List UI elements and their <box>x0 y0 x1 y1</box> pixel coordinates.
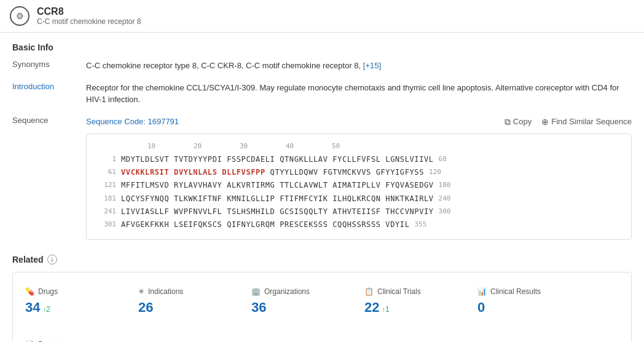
sequence-box: 10 20 30 40 50 1 MDYTLDLSVT TVTDYYYPDI F… <box>86 133 632 241</box>
ruler-40: 40 <box>267 141 313 152</box>
drugs-badge: ↑ 2 <box>42 305 50 314</box>
drugs-count: 34 ↑ 2 <box>25 300 114 316</box>
synonyms-more-link[interactable]: [+15] <box>363 61 381 70</box>
header-icon: ⚙ <box>10 6 29 26</box>
related-grid: 💊 Drugs 34 ↑ 2 ✳ Indications 26 <box>25 282 619 342</box>
related-title: Related i <box>12 255 632 264</box>
copy-button[interactable]: ⧉ Copy <box>505 116 532 129</box>
seq-data-5: LIVVIASLLF WVPFNVVLFL TSLHSMHILD GCSISQQ… <box>121 206 434 218</box>
related-item-clinical-results[interactable]: 📊 Clinical Results 0 <box>477 282 576 325</box>
ruler-10: 10 <box>128 141 175 152</box>
sequence-ruler: 10 20 30 40 50 <box>128 141 621 152</box>
clinical-results-number: 0 <box>477 300 485 316</box>
organizations-number: 36 <box>251 300 266 316</box>
seq-endnum-4: 240 <box>439 193 451 205</box>
related-item-clinical-trials[interactable]: 📋 Clinical Trials 22 ↑ 1 <box>364 282 463 325</box>
related-item-indications[interactable]: ✳ Indications 26 <box>138 282 237 325</box>
page-title: CCR8 <box>37 6 141 17</box>
indications-label: Indications <box>148 287 183 296</box>
sequence-actions: ⧉ Copy ⊕ Find Similar Sequence <box>505 116 632 129</box>
seq-num-5: 241 <box>96 206 116 218</box>
introduction-row: Introduction Receptor for the chemokine … <box>12 82 632 106</box>
seq-num-3: 121 <box>96 180 116 191</box>
clinical-trials-badge: ↑ 1 <box>382 305 389 314</box>
synonyms-row: Synonyms C-C chemokine receptor type 8, … <box>12 60 632 72</box>
seq-endnum-6: 355 <box>414 219 426 231</box>
clinical-results-header: 📊 Clinical Results <box>477 287 566 296</box>
seq-data-2: VVCKKLRSIT DVYLNLALS DLLFVSFPP QTYYLLDQW… <box>121 167 424 178</box>
drugs-icon: 💊 <box>25 287 34 296</box>
clinical-results-label: Clinical Results <box>490 287 541 296</box>
clinical-trials-count: 22 ↑ 1 <box>364 300 453 316</box>
related-box: 💊 Drugs 34 ↑ 2 ✳ Indications 26 <box>12 272 632 342</box>
ruler-50: 50 <box>313 141 359 152</box>
seq-endnum-3: 180 <box>439 180 451 191</box>
synonyms-text: C-C chemokine receptor type 8, C-C CKR-8… <box>86 61 361 70</box>
related-item-drugs[interactable]: 💊 Drugs 34 ↑ 2 <box>25 282 124 325</box>
indications-icon: ✳ <box>138 287 144 296</box>
seq-line-5: 241 LIVVIASLLF WVPFNVVLFL TSLHSMHILD GCS… <box>96 206 621 218</box>
seq-data-3: MFFITLMSVD RYLAVVHAVY ALKVRTIRMG TTLCLAV… <box>121 180 434 191</box>
seq-num-2: 61 <box>96 167 116 178</box>
sequence-label: Sequence <box>12 116 86 125</box>
organizations-icon: 🏢 <box>251 287 261 296</box>
seq-data-1: MDYTLDLSVT TVTDYYYPDI FSSPCDAELI QTNGKLL… <box>121 154 434 165</box>
header-text: CCR8 C-C motif chemokine receptor 8 <box>37 6 141 26</box>
ruler-30: 30 <box>221 141 267 152</box>
sequence-header: Sequence Code: 1697791 ⧉ Copy ⊕ Find Sim… <box>86 116 632 129</box>
synonyms-value: C-C chemokine receptor type 8, C-C CKR-8… <box>86 60 632 72</box>
indications-number: 26 <box>138 300 153 316</box>
related-info-icon[interactable]: i <box>47 255 57 264</box>
seq-num-4: 181 <box>96 193 116 205</box>
seq-line-2: 61 VVCKKLRSIT DVYLNLALS DLLFVSFPP QTYYLL… <box>96 167 621 178</box>
page-subtitle: C-C motif chemokine receptor 8 <box>37 17 141 26</box>
drugs-label: Drugs <box>38 287 58 296</box>
clinical-trials-header: 📋 Clinical Trials <box>364 287 453 296</box>
seq-line-3: 121 MFFITLMSVD RYLAVVHAVY ALKVRTIRMG TTL… <box>96 180 621 191</box>
basic-info-title: Basic Info <box>12 42 632 52</box>
indications-header: ✳ Indications <box>138 287 227 296</box>
ruler-20: 20 <box>175 141 221 152</box>
find-similar-icon: ⊕ <box>541 116 549 129</box>
find-similar-button[interactable]: ⊕ Find Similar Sequence <box>541 116 632 129</box>
seq-line-1: 1 MDYTLDLSVT TVTDYYYPDI FSSPCDAELI QTNGK… <box>96 154 621 165</box>
clinical-results-icon: 📊 <box>477 287 487 296</box>
main-content: Basic Info Synonyms C-C chemokine recept… <box>0 33 644 342</box>
drugs-header: 💊 Drugs <box>25 287 114 296</box>
seq-endnum-1: 60 <box>439 154 447 165</box>
seq-data-6: AFVGEKFKKH LSEIFQKSCS QIFNYLGRQM PRESCEK… <box>121 219 409 231</box>
synonyms-label: Synonyms <box>12 60 86 69</box>
introduction-value: Receptor for the chemokine CCL1/SCYA1/I-… <box>86 82 632 106</box>
seq-line-4: 181 LQCYSFYNQQ TLKWKIFTNF KMNILGLLIP FTI… <box>96 193 621 205</box>
drugs-number: 34 <box>25 300 40 316</box>
copy-icon: ⧉ <box>505 116 511 129</box>
seq-data-4: LQCYSFYNQQ TLKWKIFTNF KMNILGLLIP FTIFMFC… <box>121 193 434 205</box>
sequence-row: Sequence Sequence Code: 1697791 ⧉ Copy ⊕… <box>12 116 632 241</box>
organizations-count: 36 <box>251 300 340 316</box>
organizations-header: 🏢 Organizations <box>251 287 340 296</box>
sequence-code-link[interactable]: Sequence Code: 1697791 <box>86 116 179 128</box>
clinical-results-count: 0 <box>477 300 566 316</box>
seq-endnum-5: 300 <box>439 206 451 218</box>
seq-num-1: 1 <box>96 154 116 165</box>
clinical-trials-icon: 📋 <box>364 287 374 296</box>
clinical-trials-number: 22 <box>364 300 379 316</box>
related-item-organizations[interactable]: 🏢 Organizations 36 <box>251 282 350 325</box>
seq-line-6: 301 AFVGEKFKKH LSEIFQKSCS QIFNYLGRQM PRE… <box>96 219 621 231</box>
indications-count: 26 <box>138 300 227 316</box>
clinical-trials-label: Clinical Trials <box>377 287 421 296</box>
related-section: Related i 💊 Drugs 34 ↑ 2 <box>12 255 632 342</box>
seq-endnum-2: 120 <box>429 167 441 178</box>
related-label: Related <box>12 255 44 264</box>
find-similar-label: Find Similar Sequence <box>551 116 632 128</box>
introduction-label[interactable]: Introduction <box>12 82 86 91</box>
organizations-label: Organizations <box>264 287 310 296</box>
related-item-patents[interactable]: 📄 Patents 2,418 ↑ 33 <box>25 335 124 342</box>
sequence-value: Sequence Code: 1697791 ⧉ Copy ⊕ Find Sim… <box>86 116 632 241</box>
seq-num-6: 301 <box>96 219 116 231</box>
page-header: ⚙ CCR8 C-C motif chemokine receptor 8 <box>0 0 644 33</box>
copy-label: Copy <box>513 116 532 128</box>
